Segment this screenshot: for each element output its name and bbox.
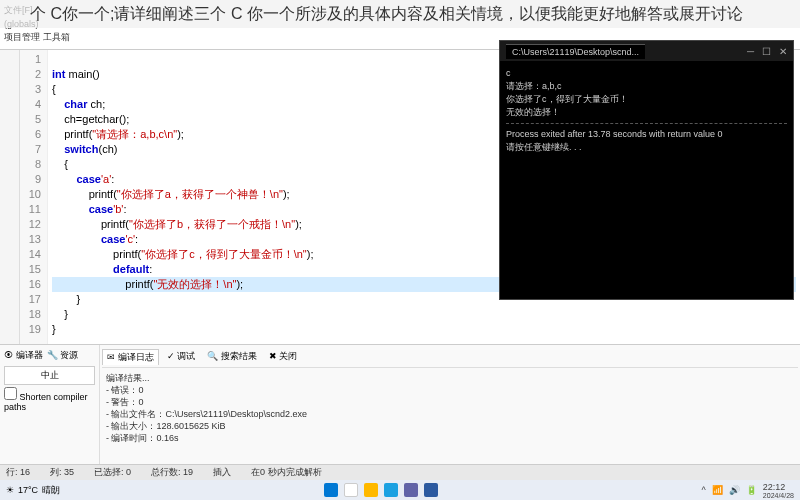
explorer-icon[interactable] (364, 483, 378, 497)
overlay-question-text: 个 C你一个;请详细阐述三个 C 你一个所涉及的具体内容及相关情境，以便我能更好… (0, 0, 800, 28)
line-number-gutter: 12345678910111213141516171819 (20, 50, 48, 344)
sun-icon: ☀ (6, 485, 14, 495)
project-panel-label[interactable]: 项目管理 工具箱 (4, 31, 70, 44)
system-tray[interactable]: ^ 📶 🔊 🔋 22:12 2024/4/28 (702, 482, 794, 499)
status-total-lines: 总行数: 19 (151, 466, 193, 479)
app-icon[interactable] (404, 483, 418, 497)
search-icon[interactable] (344, 483, 358, 497)
status-selected: 已选择: 0 (94, 466, 131, 479)
tab-compile-log[interactable]: ✉ 编译日志 (102, 349, 159, 365)
edge-icon[interactable] (384, 483, 398, 497)
maximize-icon[interactable]: ☐ (762, 46, 771, 57)
console-titlebar[interactable]: C:\Users\21119\Desktop\scnd... ─ ☐ ✕ (500, 41, 793, 61)
console-tab[interactable]: C:\Users\21119\Desktop\scnd... (506, 44, 645, 59)
battery-icon[interactable]: 🔋 (746, 485, 757, 495)
status-parse-done: 在0 秒内完成解析 (251, 466, 322, 479)
bottom-panel: ⦿ 编译器 🔧 资源 中止 Shorten compiler paths ✉ 编… (0, 344, 800, 464)
status-insert-mode: 插入 (213, 466, 231, 479)
compile-output: 编译结果... - 错误：0 - 警告：0 - 输出文件名：C:\Users\2… (102, 368, 798, 448)
tab-close[interactable]: ✖ 关闭 (265, 349, 302, 365)
weather-widget[interactable]: ☀ 17°C 晴朗 (6, 484, 60, 497)
status-line: 行: 16 (6, 466, 30, 479)
status-bar: 行: 16 列: 35 已选择: 0 总行数: 19 插入 在0 秒内完成解析 (0, 464, 800, 480)
minimize-icon[interactable]: ─ (747, 46, 754, 57)
shorten-paths-checkbox[interactable]: Shorten compiler paths (4, 392, 88, 412)
tab-compiler[interactable]: ⦿ 编译器 (4, 349, 43, 362)
clock-date[interactable]: 2024/4/28 (763, 492, 794, 499)
chevron-up-icon[interactable]: ^ (702, 485, 706, 495)
tab-search-results[interactable]: 🔍 搜索结果 (203, 349, 261, 365)
tab-resources[interactable]: 🔧 资源 (47, 349, 79, 362)
console-window[interactable]: C:\Users\21119\Desktop\scnd... ─ ☐ ✕ c 请… (499, 40, 794, 300)
devcpp-icon[interactable] (424, 483, 438, 497)
start-icon[interactable] (324, 483, 338, 497)
clock-time[interactable]: 22:12 (763, 482, 794, 492)
close-icon[interactable]: ✕ (779, 46, 787, 57)
taskbar-apps[interactable] (324, 483, 438, 497)
windows-taskbar[interactable]: ☀ 17°C 晴朗 ^ 📶 🔊 🔋 22:12 2024/4/28 (0, 480, 800, 500)
wifi-icon[interactable]: 📶 (712, 485, 723, 495)
side-gutter (0, 50, 20, 344)
console-output: c 请选择：a,b,c 你选择了c，得到了大量金币！ 无效的选择！ Proces… (500, 61, 793, 160)
stop-button[interactable]: 中止 (4, 366, 95, 385)
status-col: 列: 35 (50, 466, 74, 479)
volume-icon[interactable]: 🔊 (729, 485, 740, 495)
tab-debug[interactable]: ✓ 调试 (163, 349, 200, 365)
